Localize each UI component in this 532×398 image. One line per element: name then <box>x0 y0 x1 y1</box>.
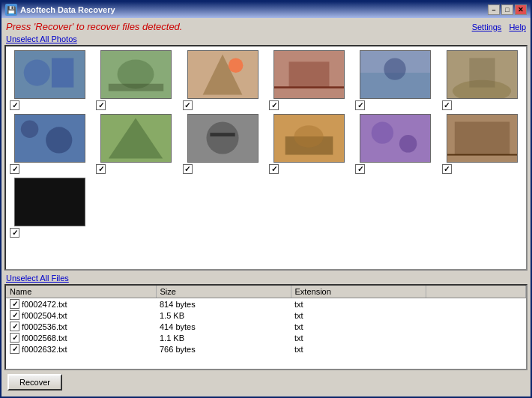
svg-point-1 <box>24 59 50 85</box>
title-bar: 💾 Asoftech Data Recovery – □ ✕ <box>1 1 531 18</box>
svg-rect-2 <box>52 58 73 87</box>
photo-checkbox[interactable] <box>96 164 106 174</box>
file-checkbox[interactable] <box>10 299 19 309</box>
file-row-check: f0002472.txt <box>10 299 67 309</box>
file-name-cell: f0002504.txt <box>6 310 156 321</box>
unselect-all-photos-link[interactable]: Unselect All Photos <box>6 34 77 43</box>
svg-point-19 <box>21 121 38 138</box>
table-header-row: Name Size Extension <box>6 286 526 298</box>
window-body: Press 'Recover' to recover files detecte… <box>1 18 531 397</box>
table-row[interactable]: f0002536.txt414 bytestxt <box>6 321 526 332</box>
table-row[interactable]: f0002632.txt766 bytestxt <box>6 343 526 355</box>
file-size-cell: 814 bytes <box>156 298 291 310</box>
svg-point-31 <box>399 135 417 152</box>
svg-point-14 <box>384 58 406 79</box>
photo-panel[interactable] <box>4 45 528 271</box>
file-extension-cell: txt <box>291 298 426 310</box>
top-bar: Press 'Recover' to recover files detecte… <box>4 21 528 32</box>
photo-thumbnail <box>447 114 518 163</box>
photo-item <box>183 50 263 110</box>
file-name-cell: f0002568.txt <box>6 332 156 343</box>
photo-checkbox[interactable] <box>442 164 452 174</box>
photo-check <box>10 228 19 238</box>
photo-thumbnail <box>360 50 431 99</box>
photo-panel-wrapper <box>4 45 528 271</box>
main-window: 💾 Asoftech Data Recovery – □ ✕ Press 'Re… <box>0 0 532 398</box>
photo-checkbox[interactable] <box>183 100 193 110</box>
col-header-extension: Extension <box>291 286 426 298</box>
maximize-button[interactable]: □ <box>501 4 513 15</box>
col-header-size: Size <box>156 286 291 298</box>
bottom-bar: Recover <box>4 370 528 394</box>
files-table-body: f0002472.txt814 bytestxtf0002504.txt1.5 … <box>6 298 526 355</box>
svg-rect-33 <box>455 121 510 154</box>
col-header-extra <box>426 286 526 298</box>
photo-check <box>10 164 19 174</box>
photo-checkbox[interactable] <box>10 164 19 174</box>
table-row[interactable]: f0002568.txt1.1 KBtxt <box>6 332 526 343</box>
photo-item <box>442 50 522 110</box>
photo-thumbnail <box>360 114 431 163</box>
table-row[interactable]: f0002472.txt814 bytestxt <box>6 298 526 310</box>
svg-point-24 <box>206 121 238 154</box>
file-checkbox[interactable] <box>10 333 19 343</box>
unselect-photos-bar: Unselect All Photos <box>4 34 528 45</box>
files-panel-wrapper: Unselect All Files Name Size Extension f… <box>4 273 528 370</box>
photo-item <box>96 50 176 110</box>
photo-checkbox[interactable] <box>355 164 365 174</box>
help-link[interactable]: Help <box>509 22 526 31</box>
settings-link[interactable]: Settings <box>472 22 502 31</box>
photo-check <box>355 100 365 110</box>
photo-item <box>355 50 435 110</box>
photo-item <box>10 178 90 238</box>
photo-thumbnail <box>447 50 518 99</box>
file-extension-cell: txt <box>291 343 426 355</box>
recover-button[interactable]: Recover <box>7 374 62 391</box>
file-checkbox[interactable] <box>10 310 19 320</box>
svg-rect-5 <box>109 84 163 91</box>
photo-checkbox[interactable] <box>442 100 452 110</box>
recover-message: Press 'Recover' to recover files detecte… <box>6 21 182 32</box>
photo-checkbox[interactable] <box>10 100 19 110</box>
svg-rect-25 <box>210 133 235 136</box>
svg-rect-29 <box>360 115 430 163</box>
file-size-cell: 1.5 KB <box>156 310 291 321</box>
photo-checkbox[interactable] <box>355 100 365 110</box>
file-checkbox[interactable] <box>10 344 19 354</box>
minimize-button[interactable]: – <box>488 4 500 15</box>
files-table-container[interactable]: Name Size Extension f0002472.txt814 byte… <box>4 284 528 370</box>
close-button[interactable]: ✕ <box>515 4 527 15</box>
photo-check <box>96 164 106 174</box>
file-name: f0002504.txt <box>22 311 67 320</box>
photo-item <box>96 114 176 174</box>
file-checkbox[interactable] <box>10 322 19 331</box>
file-row-check: f0002536.txt <box>10 322 67 331</box>
photo-item <box>10 50 90 110</box>
photo-checkbox[interactable] <box>183 164 193 174</box>
photo-check <box>183 164 193 174</box>
svg-point-20 <box>46 127 72 153</box>
photo-check <box>269 100 279 110</box>
photo-checkbox[interactable] <box>269 164 279 174</box>
file-size-cell: 766 bytes <box>156 343 291 355</box>
files-table: Name Size Extension f0002472.txt814 byte… <box>6 286 526 355</box>
file-name: f0002568.txt <box>22 334 67 343</box>
svg-point-30 <box>372 121 393 143</box>
photo-thumbnail <box>187 50 259 99</box>
top-links: Settings Help <box>472 22 526 31</box>
photo-thumbnail <box>100 114 172 163</box>
file-name-cell: f0002472.txt <box>6 298 156 310</box>
unselect-files-bar: Unselect All Files <box>4 273 528 284</box>
photo-thumbnail <box>187 114 259 163</box>
svg-rect-35 <box>15 178 85 226</box>
table-row[interactable]: f0002504.txt1.5 KBtxt <box>6 310 526 321</box>
photo-checkbox[interactable] <box>269 100 279 110</box>
photo-item <box>183 114 263 174</box>
file-extension-cell: txt <box>291 310 426 321</box>
title-bar-buttons: – □ ✕ <box>488 4 527 15</box>
photo-checkbox[interactable] <box>10 228 19 238</box>
svg-point-8 <box>229 58 244 73</box>
unselect-all-files-link[interactable]: Unselect All Files <box>6 274 69 283</box>
photo-thumbnail <box>273 114 345 163</box>
photo-checkbox[interactable] <box>96 100 106 110</box>
